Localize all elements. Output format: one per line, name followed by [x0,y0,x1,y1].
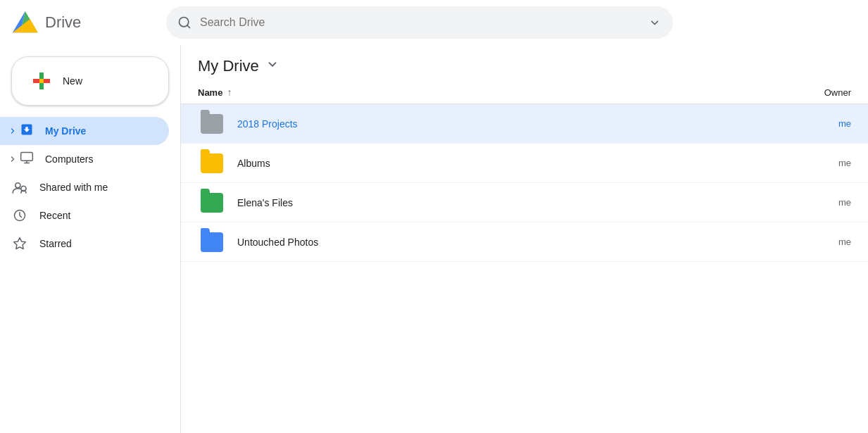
file-icon-untouched-photos [198,228,226,256]
svg-rect-6 [39,79,44,83]
file-row-albums[interactable]: Albums me [181,144,868,183]
sidebar-item-recent-label: Recent [39,210,70,221]
sidebar-nav: My Drive Computers [0,117,180,258]
sidebar-item-recent[interactable]: Recent [0,201,169,230]
computers-icon [20,151,34,168]
file-icon-albums [198,149,226,177]
folder-yellow-icon [201,153,223,173]
new-button[interactable]: New [11,56,169,106]
file-owner-elenas-files: me [767,197,851,208]
svg-point-8 [15,183,20,188]
sidebar-item-starred[interactable]: Starred [0,230,169,258]
sidebar: New My Drive [0,45,180,433]
folder-green-icon [201,193,223,213]
title-dropdown-icon[interactable] [265,56,280,75]
logo-title: Drive [45,13,81,32]
file-owner-albums: me [767,158,851,168]
column-owner-label: Owner [824,87,851,98]
file-icon-elenas-files [198,189,226,217]
file-icon-2018-projects [198,110,226,138]
file-name-2018-projects: 2018 Projects [237,118,767,130]
search-filter-icon[interactable] [648,15,662,30]
recent-icon [11,207,28,224]
search-input[interactable] [200,16,639,29]
file-row-elenas-files[interactable]: Elena's Files me [181,183,868,222]
folder-gray-icon [201,114,223,134]
new-button-label: New [63,75,82,87]
sidebar-item-computers-inner: Computers [20,145,169,173]
expand-arrow-computers[interactable] [6,155,20,163]
sidebar-item-computers[interactable]: Computers [0,145,169,173]
expand-arrow-my-drive[interactable] [6,127,20,135]
column-owner-header: Owner [767,87,851,98]
main-layout: New My Drive [0,45,868,433]
drive-logo-icon [11,8,39,37]
logo-area: Drive [11,8,166,37]
search-icon [177,15,191,30]
page-title-text: My Drive [198,57,259,75]
page-title: My Drive [198,56,280,75]
file-name-albums: Albums [237,158,767,169]
my-drive-icon [20,123,34,139]
sidebar-item-starred-label: Starred [39,238,72,249]
starred-icon [11,235,28,252]
content-area: My Drive Name ↑ Owner [180,45,868,433]
file-name-elenas-files: Elena's Files [237,197,767,208]
file-owner-2018-projects: me [767,118,851,129]
shared-icon [11,179,28,196]
search-bar[interactable] [166,6,673,39]
sort-icon: ↑ [227,87,232,98]
sidebar-item-my-drive-label: My Drive [45,125,86,137]
sidebar-item-my-drive-inner: My Drive [20,117,169,145]
sidebar-item-shared-label: Shared with me [39,182,108,193]
svg-rect-7 [21,153,33,161]
file-owner-untouched-photos: me [767,237,851,247]
sidebar-item-shared[interactable]: Shared with me [0,173,169,201]
column-name-header[interactable]: Name ↑ [198,87,767,98]
file-row-2018-projects[interactable]: 2018 Projects me [181,104,868,144]
header: Drive [0,0,868,45]
plus-icon [29,68,54,94]
sidebar-item-my-drive[interactable]: My Drive [0,117,169,145]
file-list: Name ↑ Owner 2018 Projects me [181,81,868,433]
content-header: My Drive [181,45,868,81]
column-name-label: Name [198,87,222,98]
file-row-untouched-photos[interactable]: Untouched Photos me [181,222,868,262]
file-list-header: Name ↑ Owner [181,81,868,104]
sidebar-item-computers-label: Computers [45,153,93,165]
folder-blue-icon [201,232,223,252]
file-name-untouched-photos: Untouched Photos [237,237,767,248]
